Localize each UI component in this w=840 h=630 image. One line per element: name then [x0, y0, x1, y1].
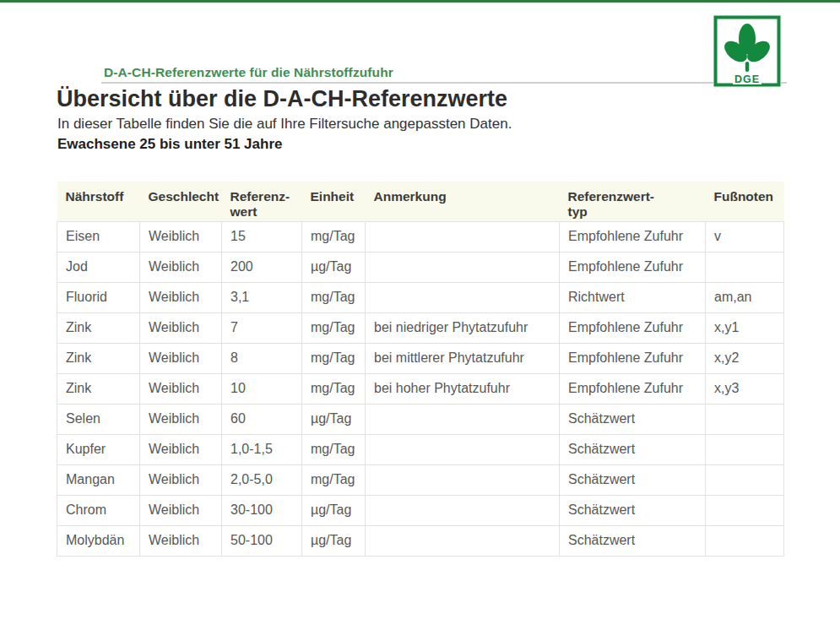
cell-unit: µg/Tag [302, 404, 366, 434]
table-row: Mangan Weiblich 2,0-5,0 mg/Tag Schätzwer… [57, 464, 784, 495]
column-header: Fußnoten [706, 182, 784, 221]
table-header: Nährstoff Geschlecht Referenz- wert Einh… [57, 182, 784, 221]
cell-footnotes [706, 252, 784, 282]
cell-nutrient: Jod [57, 252, 140, 282]
table-row: Selen Weiblich 60 µg/Tag Schätzwert [57, 404, 784, 434]
cell-note [366, 464, 560, 495]
header-divider [101, 82, 787, 84]
cell-type: Empfohlene Zufuhr [560, 373, 706, 404]
table-body: Eisen Weiblich 15 mg/Tag Empfohlene Zufu… [57, 221, 784, 556]
cell-sex: Weiblich [140, 282, 222, 312]
column-header: Nährstoff [57, 182, 140, 221]
table-header-row: Nährstoff Geschlecht Referenz- wert Einh… [57, 182, 784, 221]
cell-nutrient: Mangan [57, 464, 140, 495]
cell-value: 8 [222, 343, 302, 373]
cell-nutrient: Molybdän [57, 525, 140, 556]
cell-footnotes: v [706, 221, 784, 252]
cell-sex: Weiblich [140, 343, 222, 373]
cell-sex: Weiblich [140, 404, 222, 434]
cell-note [366, 525, 560, 556]
cell-note [366, 221, 560, 252]
table-row: Zink Weiblich 10 mg/Tag bei hoher Phytat… [57, 373, 784, 404]
table-row: Zink Weiblich 8 mg/Tag bei mittlerer Phy… [57, 343, 784, 373]
table-row: Kupfer Weiblich 1,0-1,5 mg/Tag Schätzwer… [57, 434, 784, 464]
cell-nutrient: Fluorid [57, 282, 140, 312]
column-header: Geschlecht [140, 182, 222, 221]
cell-note: bei niedriger Phytatzufuhr [366, 312, 560, 343]
table-row: Fluorid Weiblich 3,1 mg/Tag Richtwert am… [57, 282, 784, 312]
cell-footnotes [706, 495, 784, 525]
cell-unit: µg/Tag [302, 252, 366, 282]
dge-leaf-icon: DGE [713, 15, 781, 87]
cell-sex: Weiblich [140, 312, 222, 343]
cell-nutrient: Eisen [57, 221, 140, 252]
table-row: Zink Weiblich 7 mg/Tag bei niedriger Phy… [57, 312, 784, 343]
cell-footnotes [706, 404, 784, 434]
cell-type: Empfohlene Zufuhr [560, 343, 706, 373]
cell-value: 2,0-5,0 [222, 464, 302, 495]
cell-unit: µg/Tag [302, 525, 366, 556]
cell-sex: Weiblich [140, 525, 222, 556]
page: D-A-CH-Referenzwerte für die Nährstoffzu… [0, 0, 840, 630]
cell-unit: mg/Tag [302, 373, 366, 404]
cell-type: Schätzwert [560, 464, 706, 495]
cell-sex: Weiblich [140, 434, 222, 464]
cell-type: Empfohlene Zufuhr [560, 312, 706, 343]
cell-type: Empfohlene Zufuhr [560, 252, 706, 282]
cell-note: bei mittlerer Phytatzufuhr [366, 343, 560, 373]
cell-sex: Weiblich [140, 373, 222, 404]
cell-note [366, 404, 560, 434]
cell-value: 50-100 [222, 525, 302, 556]
cell-type: Schätzwert [560, 404, 706, 434]
cell-footnotes: x,y1 [706, 312, 784, 343]
cell-type: Richtwert [560, 282, 706, 312]
column-header: Einheit [302, 182, 366, 221]
cell-value: 15 [222, 221, 302, 252]
reference-values-table: Nährstoff Geschlecht Referenz- wert Einh… [57, 182, 784, 557]
cell-value: 30-100 [222, 495, 302, 525]
dge-logo: DGE [713, 15, 781, 87]
cell-unit: mg/Tag [302, 343, 366, 373]
filter-summary: Ewachsene 25 bis unter 51 Jahre [57, 136, 282, 153]
cell-footnotes [706, 434, 784, 464]
column-header: Referenzwert- typ [560, 182, 706, 221]
page-title: Übersicht über die D-A-CH-Referenzwerte [57, 85, 507, 112]
cell-sex: Weiblich [140, 464, 222, 495]
dge-logo-label: DGE [734, 73, 760, 85]
cell-nutrient: Selen [57, 404, 140, 434]
cell-nutrient: Zink [57, 312, 140, 343]
cell-value: 200 [222, 252, 302, 282]
cell-type: Schätzwert [560, 495, 706, 525]
cell-footnotes [706, 464, 784, 495]
table-row: Molybdän Weiblich 50-100 µg/Tag Schätzwe… [57, 525, 784, 556]
cell-value: 7 [222, 312, 302, 343]
cell-type: Schätzwert [560, 434, 706, 464]
cell-unit: mg/Tag [302, 312, 366, 343]
cell-note [366, 282, 560, 312]
cell-value: 60 [222, 404, 302, 434]
cell-nutrient: Zink [57, 373, 140, 404]
cell-footnotes: am,an [706, 282, 784, 312]
page-subtitle: In dieser Tabelle finden Sie die auf Ihr… [57, 116, 512, 133]
column-header: Referenz- wert [222, 182, 302, 221]
cell-value: 10 [222, 373, 302, 404]
cell-nutrient: Chrom [57, 495, 140, 525]
cell-sex: Weiblich [140, 495, 222, 525]
cell-unit: mg/Tag [302, 221, 366, 252]
table-row: Eisen Weiblich 15 mg/Tag Empfohlene Zufu… [57, 221, 784, 252]
cell-footnotes: x,y3 [706, 373, 784, 404]
cell-value: 3,1 [222, 282, 302, 312]
cell-footnotes [706, 525, 784, 556]
top-accent-bar [0, 0, 840, 3]
cell-note [366, 252, 560, 282]
cell-unit: mg/Tag [302, 434, 366, 464]
cell-sex: Weiblich [140, 252, 222, 282]
cell-nutrient: Zink [57, 343, 140, 373]
table-row: Chrom Weiblich 30-100 µg/Tag Schätzwert [57, 495, 784, 525]
table-row: Jod Weiblich 200 µg/Tag Empfohlene Zufuh… [57, 252, 784, 282]
cell-nutrient: Kupfer [57, 434, 140, 464]
cell-note [366, 434, 560, 464]
cell-note [366, 495, 560, 525]
cell-unit: mg/Tag [302, 464, 366, 495]
cell-type: Empfohlene Zufuhr [560, 221, 706, 252]
